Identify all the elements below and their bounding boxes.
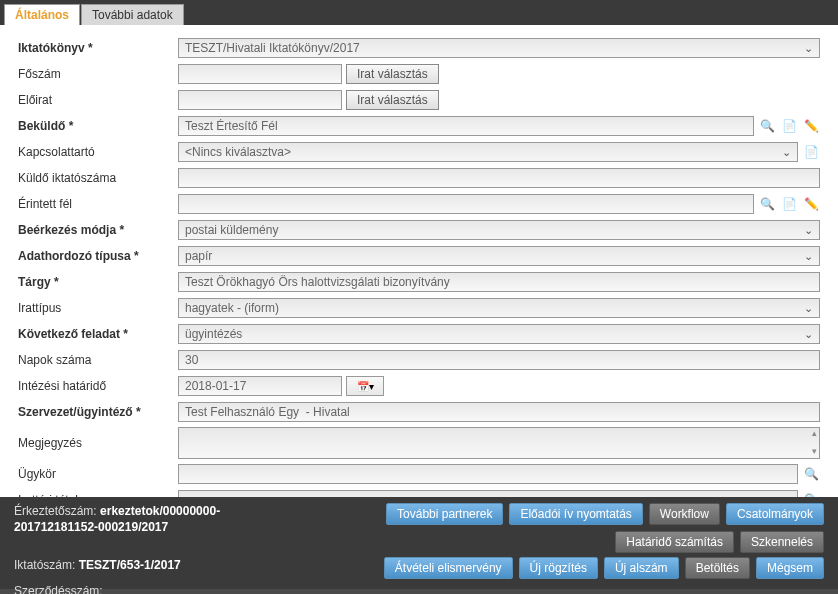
edit-icon[interactable]: ✏️ (802, 195, 820, 213)
tab-bar: Általános További adatok (0, 0, 838, 25)
form-panel: Iktatókönyv * TESZT/Hivatali Iktatókönyv… (0, 25, 838, 497)
szerzodes-info: Szerződésszám: (14, 583, 824, 594)
input-ugykor[interactable] (178, 464, 798, 484)
select-value: papír (185, 249, 212, 263)
select-value: hagyatek - (iform) (185, 301, 279, 315)
new-icon[interactable]: 📄 (780, 195, 798, 213)
select-kapcsolattarto[interactable]: <Nincs kiválasztva> ⌄ (178, 142, 798, 162)
input-napok[interactable] (178, 350, 820, 370)
label-beerkezes: Beérkezés módja * (18, 223, 178, 237)
atveteli-button[interactable]: Átvételi elismervény (384, 557, 513, 579)
iktato-value: TESZT/653-1/2017 (79, 558, 181, 572)
megsem-button[interactable]: Mégsem (756, 557, 824, 579)
chevron-down-icon: ⌄ (779, 145, 793, 159)
label-targy: Tárgy * (18, 275, 178, 289)
select-irattipus[interactable]: hagyatek - (iform) ⌄ (178, 298, 820, 318)
label-kovetkezo: Következő feladat * (18, 327, 178, 341)
input-targy[interactable] (178, 272, 820, 292)
tovabbi-partnerek-button[interactable]: További partnerek (386, 503, 503, 525)
input-foszam[interactable] (178, 64, 342, 84)
uj-rogzites-button[interactable]: Új rögzítés (519, 557, 598, 579)
chevron-down-icon: ⌄ (801, 223, 815, 237)
select-value: <Nincs kiválasztva> (185, 145, 291, 159)
input-erintett-fel[interactable] (178, 194, 754, 214)
chevron-down-icon: ⌄ (801, 327, 815, 341)
label-megjegyzes: Megjegyzés (18, 436, 178, 450)
label-kapcsolattarto: Kapcsolattartó (18, 145, 178, 159)
irat-valasztas-button-1[interactable]: Irat választás (346, 64, 439, 84)
chevron-down-icon: ⌄ (801, 249, 815, 263)
label-erintett-fel: Érintett fél (18, 197, 178, 211)
input-intezesi-date[interactable] (178, 376, 342, 396)
tab-more[interactable]: További adatok (81, 4, 184, 25)
chevron-down-icon: ⌄ (801, 41, 815, 55)
input-szervezet[interactable] (178, 402, 820, 422)
iktato-info: Iktatószám: TESZT/653-1/2017 (14, 557, 181, 573)
csatolmanyok-button[interactable]: Csatolmányok (726, 503, 824, 525)
tab-general[interactable]: Általános (4, 4, 80, 25)
label-iktatokonyv: Iktatókönyv * (18, 41, 178, 55)
select-value: TESZT/Hivatali Iktatókönyv/2017 (185, 41, 360, 55)
label-eloirat: Előirat (18, 93, 178, 107)
hatarido-szamitas-button[interactable]: Határidő számítás (615, 531, 734, 553)
calendar-icon[interactable]: 📅▾ (346, 376, 384, 396)
input-irattari[interactable] (178, 490, 798, 497)
label-szervezet: Szervezet/ügyintéző * (18, 405, 178, 419)
chevron-down-icon: ⌄ (801, 301, 815, 315)
workflow-button[interactable]: Workflow (649, 503, 720, 525)
search-icon[interactable]: 🔍 (802, 465, 820, 483)
select-iktatokonyv[interactable]: TESZT/Hivatali Iktatókönyv/2017 ⌄ (178, 38, 820, 58)
scroll-arrows-icon: ▴▾ (812, 429, 817, 456)
edit-icon[interactable]: ✏️ (802, 117, 820, 135)
szerzodes-label: Szerződésszám: (14, 584, 103, 594)
select-kovetkezo[interactable]: ügyintézés ⌄ (178, 324, 820, 344)
iktato-label: Iktatószám: (14, 558, 75, 572)
new-icon[interactable]: 📄 (780, 117, 798, 135)
label-kuldo-iktato: Küldő iktatószáma (18, 171, 178, 185)
label-foszam: Főszám (18, 67, 178, 81)
input-bekuldo[interactable] (178, 116, 754, 136)
select-beerkezes[interactable]: postai küldemény ⌄ (178, 220, 820, 240)
select-value: postai küldemény (185, 223, 278, 237)
label-bekuldo: Beküldő * (18, 119, 178, 133)
label-napok: Napok száma (18, 353, 178, 367)
select-adathordozo[interactable]: papír ⌄ (178, 246, 820, 266)
search-icon[interactable]: 🔍 (758, 117, 776, 135)
uj-alszam-button[interactable]: Új alszám (604, 557, 679, 579)
irat-valasztas-button-2[interactable]: Irat választás (346, 90, 439, 110)
label-intezesi: Intézési határidő (18, 379, 178, 393)
input-eloirat[interactable] (178, 90, 342, 110)
textarea-megjegyzes[interactable]: ▴▾ (178, 427, 820, 459)
erkezteto-label: Érkeztetőszám: (14, 504, 97, 518)
label-adathordozo: Adathordozó típusa * (18, 249, 178, 263)
betoltes-button[interactable]: Betöltés (685, 557, 750, 579)
footer-bar: Érkeztetőszám: erkeztetok/00000000-20171… (0, 497, 838, 589)
label-irattipus: Irattípus (18, 301, 178, 315)
new-icon[interactable]: 📄 (802, 143, 820, 161)
eloadoi-iv-button[interactable]: Előadói ív nyomtatás (509, 503, 642, 525)
erkezteto-info: Érkeztetőszám: erkeztetok/00000000-20171… (14, 503, 304, 535)
search-icon[interactable]: 🔍 (758, 195, 776, 213)
select-value: ügyintézés (185, 327, 242, 341)
input-kuldo-iktato[interactable] (178, 168, 820, 188)
label-ugykor: Ügykör (18, 467, 178, 481)
szkenneles-button[interactable]: Szkennelés (740, 531, 824, 553)
